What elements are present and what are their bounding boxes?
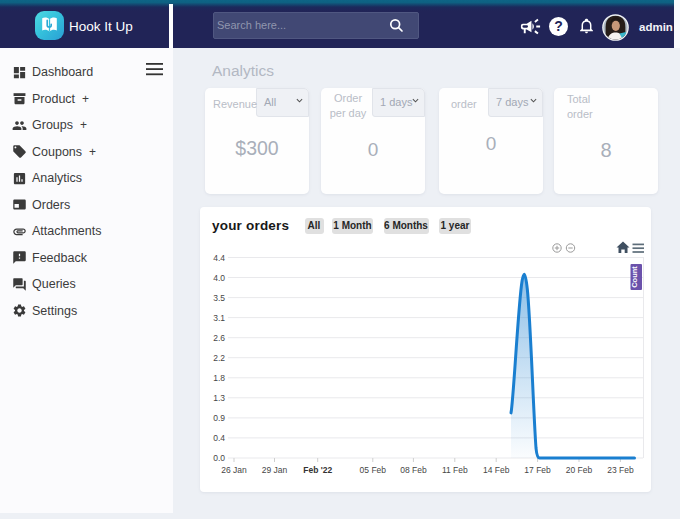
svg-text:4.4: 4.4 [213,253,225,263]
svg-text:05 Feb: 05 Feb [360,465,387,475]
svg-text:2.2: 2.2 [213,353,225,363]
svg-text:Count: Count [630,266,639,288]
svg-text:3.1: 3.1 [213,313,225,323]
svg-text:26 Jan: 26 Jan [221,465,247,475]
svg-text:3.5: 3.5 [213,293,225,303]
svg-text:29 Jan: 29 Jan [262,465,288,475]
svg-text:14 Feb: 14 Feb [483,465,510,475]
svg-text:08 Feb: 08 Feb [400,465,427,475]
svg-text:0.0: 0.0 [213,453,225,463]
svg-text:Feb '22: Feb '22 [303,465,332,475]
svg-text:2.6: 2.6 [213,333,225,343]
svg-text:11 Feb: 11 Feb [442,465,468,475]
svg-text:0.9: 0.9 [213,413,225,423]
svg-text:4.0: 4.0 [213,273,225,283]
svg-text:1.3: 1.3 [213,393,225,403]
svg-text:0.4: 0.4 [213,433,225,443]
svg-text:23 Feb: 23 Feb [607,465,634,475]
svg-text:20 Feb: 20 Feb [566,465,593,475]
svg-text:17 Feb: 17 Feb [524,465,551,475]
svg-text:1.8: 1.8 [213,373,225,383]
